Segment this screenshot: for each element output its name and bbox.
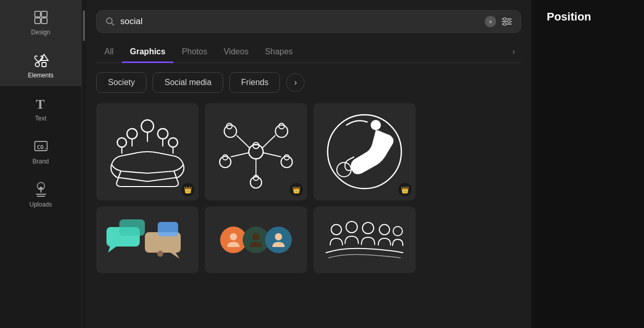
svg-point-27 [279, 124, 285, 129]
svg-point-31 [284, 155, 289, 160]
grid-item-avatars[interactable] [205, 207, 307, 273]
svg-rect-43 [119, 219, 145, 236]
grid-item-group[interactable] [313, 207, 416, 273]
svg-line-35 [262, 135, 275, 148]
svg-point-49 [275, 233, 282, 240]
svg-point-29 [223, 155, 228, 160]
search-bar: × [96, 10, 521, 33]
elements-icon [33, 52, 49, 69]
sidebar-item-brand[interactable]: CO. Brand [0, 129, 81, 172]
tabs-more-arrow[interactable]: › [506, 43, 521, 63]
sidebar-item-uploads-label: Uploads [29, 201, 52, 208]
sidebar: Design Elements T Text [0, 0, 82, 328]
chip-society[interactable]: Society [96, 72, 146, 93]
sidebar-item-uploads[interactable]: Uploads [0, 172, 81, 215]
svg-point-30 [281, 156, 292, 168]
sidebar-item-design[interactable]: Design [0, 0, 81, 43]
main-panel: × All Graphics Photos Videos Shapes › So… [86, 0, 531, 328]
svg-point-24 [224, 125, 237, 137]
svg-point-53 [379, 224, 390, 235]
sidebar-item-elements-label: Elements [28, 72, 53, 79]
grid-item-chat[interactable] [96, 207, 199, 273]
svg-point-4 [35, 63, 39, 67]
svg-point-50 [331, 224, 341, 235]
svg-point-32 [250, 177, 262, 188]
text-icon: T [33, 95, 49, 112]
svg-rect-1 [41, 11, 47, 17]
design-icon [33, 9, 49, 26]
svg-rect-3 [41, 18, 47, 24]
svg-point-21 [168, 138, 178, 147]
chip-social-media[interactable]: Social media [153, 72, 223, 93]
svg-rect-0 [35, 11, 40, 17]
svg-point-26 [275, 125, 288, 137]
tab-all[interactable]: All [96, 43, 122, 63]
svg-point-54 [393, 227, 402, 236]
brand-icon: CO. [33, 138, 49, 155]
grid-item-handshake[interactable]: 👑 [313, 103, 416, 200]
sidebar-item-text-label: Text [35, 115, 46, 122]
svg-point-17 [141, 120, 154, 132]
svg-line-34 [237, 135, 250, 148]
svg-rect-2 [35, 18, 40, 24]
search-icon [105, 16, 115, 27]
svg-point-20 [117, 138, 126, 147]
svg-rect-5 [42, 63, 46, 67]
tab-shapes[interactable]: Shapes [257, 43, 301, 63]
tabs-bar: All Graphics Photos Videos Shapes › [96, 43, 521, 63]
svg-line-36 [231, 153, 249, 157]
sidebar-item-text[interactable]: T Text [0, 86, 81, 129]
position-title: Position [547, 10, 629, 24]
chip-friends[interactable]: Friends [229, 72, 280, 93]
tab-graphics[interactable]: Graphics [122, 43, 174, 63]
grid-row-2 [96, 207, 521, 273]
crown-badge-1: 👑 [181, 183, 195, 196]
svg-point-39 [328, 115, 401, 189]
filter-button[interactable] [501, 16, 512, 27]
svg-point-16 [504, 23, 506, 26]
svg-line-37 [263, 153, 281, 157]
svg-point-22 [249, 145, 263, 159]
svg-point-41 [337, 162, 351, 177]
tab-videos[interactable]: Videos [216, 43, 257, 63]
svg-point-48 [252, 233, 260, 240]
tab-photos[interactable]: Photos [174, 43, 216, 63]
svg-point-18 [127, 129, 137, 139]
right-panel: Position [531, 0, 644, 328]
search-input[interactable] [120, 16, 480, 27]
svg-point-28 [220, 156, 231, 168]
svg-point-14 [504, 18, 506, 20]
sidebar-item-elements[interactable]: Elements [0, 43, 81, 86]
svg-point-40 [371, 120, 381, 130]
svg-point-51 [346, 221, 357, 233]
grid-item-community[interactable]: 👑 [96, 103, 199, 200]
chips-more-arrow[interactable]: › [286, 73, 305, 92]
scrollbar-track [82, 0, 86, 328]
svg-point-47 [230, 233, 237, 240]
crown-badge-3: 👑 [398, 183, 412, 196]
svg-rect-45 [158, 222, 178, 236]
upload-icon [33, 181, 49, 198]
grid-row-1: 👑 [96, 103, 521, 200]
sidebar-item-design-label: Design [31, 29, 50, 36]
chips-row: Society Social media Friends › [96, 72, 521, 93]
svg-text:T: T [36, 97, 45, 111]
svg-text:CO.: CO. [37, 144, 47, 151]
sidebar-item-brand-label: Brand [32, 158, 49, 165]
svg-point-19 [158, 129, 168, 139]
svg-point-15 [508, 20, 510, 23]
scrollbar-thumb[interactable] [83, 10, 85, 41]
svg-point-52 [362, 222, 374, 234]
crown-badge-2: 👑 [290, 183, 303, 196]
svg-point-23 [253, 142, 259, 149]
svg-point-46 [157, 251, 163, 257]
clear-button[interactable]: × [485, 16, 496, 27]
grid-item-network[interactable]: 👑 [205, 103, 307, 200]
